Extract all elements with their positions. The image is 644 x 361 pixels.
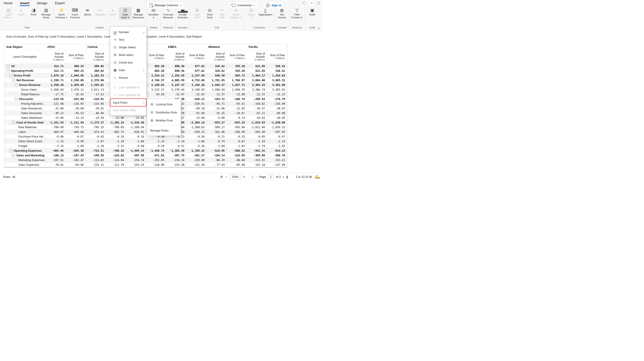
next-page-button[interactable]: › <box>283 175 284 179</box>
table-cell[interactable]: -589.17 <box>206 125 227 129</box>
insert-row-button[interactable]: ▤InsertRow ∨ <box>2 7 15 20</box>
table-cell[interactable]: -49.12 <box>46 111 66 115</box>
table-cell[interactable]: -924.23 <box>267 148 287 153</box>
table-cell[interactable]: -1,568.63 <box>186 125 206 129</box>
table-cell[interactable]: 335.20 <box>227 68 247 73</box>
table-cell[interactable]: 3,386.74 <box>247 87 267 92</box>
table-cell[interactable]: -2.18 <box>166 139 186 144</box>
collapse-icon[interactable] <box>7 65 10 67</box>
bulk-edit-button[interactable]: ✂BulkEdit <box>216 7 228 20</box>
table-cell[interactable]: -508.52 <box>227 148 247 153</box>
table-cell[interactable]: 3,085.32 <box>267 78 287 82</box>
table-cell[interactable]: -19.83 <box>247 115 267 120</box>
table-cell[interactable]: 877.62 <box>186 68 206 73</box>
table-cell[interactable]: -153.95 <box>227 153 247 158</box>
table-cell[interactable]: 530.41 <box>267 68 287 73</box>
table-cell[interactable]: -0.21 <box>206 134 227 139</box>
table-cell[interactable]: -1.89 <box>126 139 146 144</box>
menu-item-date[interactable]: ▦Date› <box>110 66 146 74</box>
table-cell[interactable]: -252.05 <box>146 158 166 162</box>
table-cell[interactable]: 5,180.82 <box>146 82 166 87</box>
table-row-label[interactable]: Operating Profit <box>4 68 46 73</box>
menu-item-person[interactable]: ☺Person <box>110 74 146 81</box>
tab-insert[interactable]: Insert <box>20 0 30 6</box>
table-cell[interactable]: -86.20 <box>206 158 227 162</box>
table-cell[interactable]: -280.43 <box>247 97 267 101</box>
table-cell[interactable]: -1,211.54 <box>66 120 86 125</box>
table-cell[interactable]: -22.83 <box>227 106 247 111</box>
table-cell[interactable]: -153.58 <box>166 162 186 167</box>
collapse-icon[interactable] <box>12 154 15 157</box>
table-cell[interactable]: -107.51 <box>46 158 66 162</box>
table-cell[interactable]: 328.62 <box>206 64 227 68</box>
table-cell[interactable]: 877.62 <box>186 64 206 68</box>
table-cell[interactable]: -387.75 <box>166 153 186 158</box>
table-cell[interactable]: 3,383.41 <box>267 87 287 92</box>
tab-export[interactable]: Export <box>54 0 65 6</box>
table-cell[interactable]: -234.16 <box>166 158 186 162</box>
table-cell[interactable]: -276.78 <box>267 97 287 101</box>
table-cell[interactable]: -147.49 <box>267 162 287 167</box>
table-cell[interactable]: -1,022.40 <box>247 125 267 129</box>
table-cell[interactable]: -929.01 <box>126 129 146 134</box>
table-cell[interactable]: 2,254.12 <box>146 73 166 78</box>
table-cell[interactable]: -218.96 <box>146 162 166 167</box>
smart-analysis-button[interactable]: ☌SmartAnalysis ∨ <box>228 7 243 20</box>
menu-item-input-rules[interactable]: Input Rules› <box>110 99 146 106</box>
table-cell[interactable]: 1,454.64 <box>267 73 287 78</box>
table-cell[interactable]: 4,732.08 <box>186 78 206 82</box>
menu-item-text[interactable]: ≡Text <box>110 36 146 43</box>
table-cell[interactable]: -1.33 <box>267 139 287 144</box>
data-input-button[interactable]: ⊡DataInput ∨ <box>119 7 132 20</box>
table-cell[interactable]: -497.99 <box>126 153 146 158</box>
table-cell[interactable]: -1.63 <box>227 144 247 148</box>
table-cell[interactable]: -16.42 <box>66 92 86 97</box>
last-page-button[interactable]: ›| <box>286 175 288 179</box>
menu-item-minmax-rule[interactable]: ⊠MinMax Rule <box>147 116 180 124</box>
table-cell[interactable]: -153.91 <box>247 158 267 162</box>
table-cell[interactable]: 2,376.80 <box>86 78 106 82</box>
table-cell[interactable]: -124.66 <box>86 101 106 106</box>
table-cell[interactable]: 848.58 <box>206 73 227 78</box>
manage-rows-button[interactable]: ▥ManageRows <box>40 7 52 20</box>
table-row-label[interactable]: Sales Markdown <box>4 115 46 120</box>
table-cell[interactable]: -102.47 <box>66 158 86 162</box>
table-cell[interactable]: 522.85 <box>247 64 267 68</box>
table-cell[interactable]: 5,247.37 <box>166 82 186 87</box>
table-cell[interactable]: 413.72 <box>46 68 66 73</box>
table-cell[interactable]: -155.18 <box>247 162 267 167</box>
table-cell[interactable]: 409.25 <box>66 68 86 73</box>
table-cell[interactable]: -167.43 <box>66 153 86 158</box>
table-row-label[interactable]: Sales and Marketing <box>4 153 46 158</box>
table-cell[interactable]: -22.96 <box>206 106 227 111</box>
table-cell[interactable]: -9.74 <box>227 115 247 120</box>
menu-item-manage-rules[interactable]: Manage Rules <box>147 126 180 134</box>
table-cell[interactable]: -60.96 <box>267 111 287 115</box>
first-page-button[interactable]: |‹ <box>252 175 254 179</box>
table-cell[interactable]: 1,945.57 <box>206 82 227 87</box>
set-version-button[interactable]: ◍SetVersion <box>276 7 288 20</box>
table-cell[interactable]: 522.85 <box>247 68 267 73</box>
table-cell[interactable]: 1,927.71 <box>227 82 247 87</box>
table-cell[interactable]: 2,611.13 <box>86 87 106 92</box>
table-cell[interactable]: -759.75 <box>66 125 86 129</box>
table-cell[interactable]: -309.09 <box>247 153 267 158</box>
table-cell[interactable]: 5,158.20 <box>186 82 206 87</box>
table-cell[interactable]: 1,958.93 <box>206 87 227 92</box>
table-row-label[interactable]: Net Revenue <box>4 78 46 82</box>
table-cell[interactable]: -125.11 <box>86 162 106 167</box>
comments-button[interactable]: Comments ∨ <box>229 1 258 9</box>
table-cell[interactable]: 2,330.71 <box>46 78 66 82</box>
table-cell[interactable]: -9.80 <box>206 115 227 120</box>
table-cell[interactable]: -91.04 <box>186 111 206 115</box>
table-cell[interactable]: -795.35 <box>86 125 106 129</box>
table-cell[interactable]: -1.19 <box>247 139 267 144</box>
popout-icon[interactable]: ↗ <box>316 0 321 5</box>
table-cell[interactable]: -23.92 <box>126 115 146 120</box>
zoom-in-button[interactable]: + <box>243 175 245 179</box>
table-cell[interactable]: 530.41 <box>267 64 287 68</box>
table-cell[interactable]: -381.27 <box>186 153 206 158</box>
table-cell[interactable]: -474.53 <box>86 129 106 134</box>
table-cell[interactable]: 335.20 <box>227 64 247 68</box>
table-cell[interactable]: -0.03 <box>86 134 106 139</box>
